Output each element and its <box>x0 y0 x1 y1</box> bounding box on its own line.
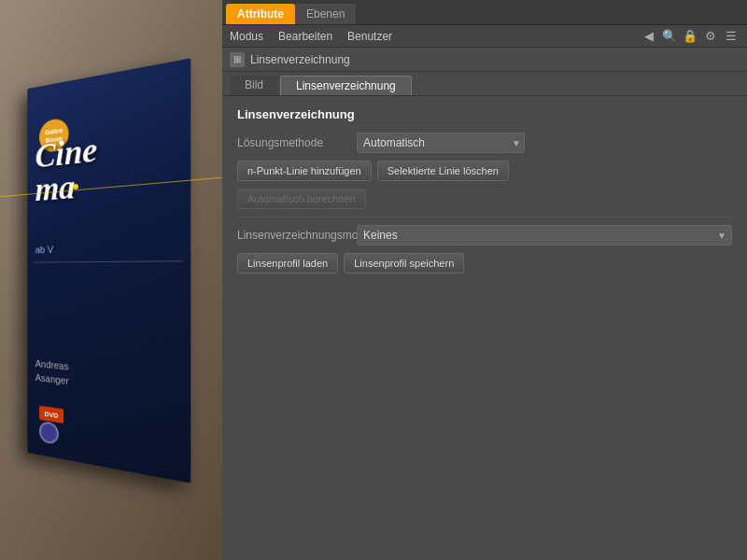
menu-bar: Modus Bearbeiten Benutzer ◀ 🔍 🔒 ⚙ ☰ <box>222 25 747 48</box>
line-buttons-row: n-Punkt-Linie hinzufügen Selektierte Lin… <box>237 161 732 181</box>
linsenmodell-select[interactable]: Keines Polynomial Division <box>357 225 732 245</box>
add-line-button[interactable]: n-Punkt-Linie hinzufügen <box>237 161 372 181</box>
section-icon: ⊞ <box>230 52 245 67</box>
loesungsmethode-row: Lösungsmethode Automatisch Manuell ▼ <box>237 133 732 153</box>
load-profile-button[interactable]: Linsenprofil laden <box>237 253 338 273</box>
right-panel: Attribute Ebenen Modus Bearbeiten Benutz… <box>222 0 747 560</box>
linsenmodell-label: Linsenverzeichnungsmodell <box>237 229 349 242</box>
linsenmodell-select-wrapper: Keines Polynomial Division ▼ <box>357 225 732 245</box>
profile-buttons-row: Linsenprofil laden Linsenprofil speicher… <box>237 253 732 273</box>
auto-compute-button[interactable]: Automatisch berechnen <box>237 189 366 209</box>
book-subtitle: ab V <box>35 244 53 255</box>
loesungsmethode-select[interactable]: Automatisch Manuell <box>357 133 525 153</box>
arrow-left-icon[interactable]: ◀ <box>641 28 657 45</box>
loesungsmethode-label: Lösungsmethode <box>237 136 349 149</box>
loesungsmethode-select-wrapper: Automatisch Manuell ▼ <box>357 133 525 153</box>
book-cover: GalbeBoog Cinema ab V AndreasAsanger DVD <box>27 58 190 483</box>
sub-tabs-bar: Bild Linsenverzeichnung <box>222 72 747 96</box>
section-header: ⊞ Linsenverzeichnung <box>222 48 747 72</box>
save-profile-button[interactable]: Linsenprofil speichern <box>344 253 464 273</box>
menu-modus[interactable]: Modus <box>230 30 263 43</box>
sub-tab-linsenverzeichnung[interactable]: Linsenverzeichnung <box>280 76 412 95</box>
tab-attribute[interactable]: Attribute <box>226 4 295 24</box>
content-area: Linsenverzeichnung Lösungsmethode Automa… <box>222 96 747 560</box>
tab-ebenen[interactable]: Ebenen <box>295 4 356 24</box>
book-scene: GalbeBoog Cinema ab V AndreasAsanger DVD <box>0 0 222 560</box>
book-author: AndreasAsanger <box>35 357 69 388</box>
menu-bearbeiten[interactable]: Bearbeiten <box>278 30 332 43</box>
section-title-label: Linsenverzeichnung <box>250 53 350 66</box>
image-panel: GalbeBoog Cinema ab V AndreasAsanger DVD <box>0 0 222 560</box>
tracking-dot <box>73 184 78 189</box>
book-title: Cinema <box>35 132 97 206</box>
more-icon[interactable]: ☰ <box>723 28 740 45</box>
delete-line-button[interactable]: Selektierte Linie löschen <box>377 161 509 181</box>
linsenmodell-row: Linsenverzeichnungsmodell Keines Polynom… <box>237 225 732 245</box>
divider-1 <box>237 217 732 217</box>
content-title: Linsenverzeichnung <box>237 107 732 121</box>
sub-tab-bild[interactable]: Bild <box>230 76 278 95</box>
dvd-badge: DVD <box>39 406 63 424</box>
tabs-bar: Attribute Ebenen <box>222 0 747 25</box>
menu-benutzer[interactable]: Benutzer <box>347 30 392 43</box>
settings-icon[interactable]: ⚙ <box>702 28 719 45</box>
menu-icon-group: ◀ 🔍 🔒 ⚙ ☰ <box>641 28 740 45</box>
search-icon[interactable]: 🔍 <box>661 28 678 45</box>
lock-icon[interactable]: 🔒 <box>682 28 698 45</box>
auto-compute-row: Automatisch berechnen <box>237 189 732 209</box>
